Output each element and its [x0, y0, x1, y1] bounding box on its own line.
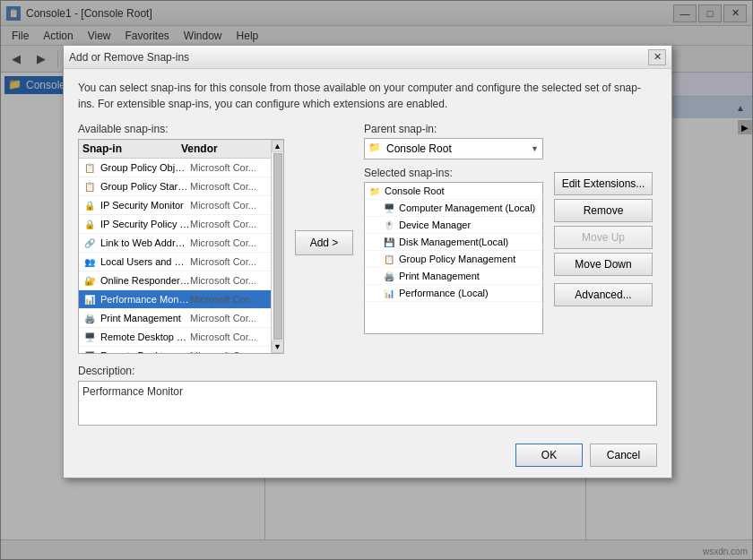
available-snapins-panel: Available snap-ins: Snap-in Vendor 📋 Gro…	[78, 123, 284, 354]
edit-extensions-button[interactable]: Edit Extensions...	[554, 172, 653, 195]
add-button-column: Add >	[295, 123, 353, 255]
dialog-title: Add or Remove Snap-ins	[69, 51, 648, 64]
snapins-list-header: Snap-in Vendor	[79, 140, 283, 159]
snapin-icon: 🖨️	[82, 311, 97, 325]
ok-button[interactable]: OK	[515, 444, 583, 467]
snapin-icon: 🔒	[82, 217, 97, 231]
scroll-thumb[interactable]	[273, 153, 282, 340]
vendor-column-header: Vendor	[181, 142, 280, 155]
list-item[interactable]: 🖥️ Remote Desktop Lic... Microsoft Cor..…	[79, 347, 283, 354]
selected-item[interactable]: 📁 Console Root	[365, 183, 542, 200]
list-item[interactable]: 🔗 Link to Web Address Microsoft Cor...	[79, 234, 283, 253]
selected-item[interactable]: 💾 Disk Management(Local)	[365, 234, 542, 251]
description-box: Performance Monitor	[78, 381, 657, 426]
dialog-columns: Available snap-ins: Snap-in Vendor 📋 Gro…	[78, 123, 657, 354]
add-remove-snapins-dialog: Add or Remove Snap-ins ✕ You can select …	[63, 45, 672, 478]
list-item[interactable]: 🔒 IP Security Monitor Microsoft Cor...	[79, 196, 283, 215]
selected-label: Selected snap-ins:	[364, 167, 543, 179]
parent-dropdown[interactable]: 📁 Console Root ▼	[364, 138, 543, 159]
snapin-icon: 🔐	[82, 273, 97, 288]
list-item[interactable]: 🔒 IP Security Policy M... Microsoft Cor.…	[79, 215, 283, 234]
dialog-description: You can select snap-ins for this console…	[78, 80, 657, 112]
selected-item[interactable]: 🖱️ Device Manager	[365, 217, 542, 234]
dialog-body: You can select snap-ins for this console…	[64, 69, 671, 436]
selected-item[interactable]: 📊 Performance (Local)	[365, 285, 542, 302]
move-up-button[interactable]: Move Up	[554, 226, 653, 249]
snapin-column-header: Snap-in	[82, 142, 181, 155]
parent-snapin-section: Parent snap-in: 📁 Console Root ▼	[364, 123, 543, 159]
selected-snapins-list[interactable]: 📁 Console Root 🖥️ Computer Management (L…	[364, 182, 543, 334]
dialog-title-bar: Add or Remove Snap-ins ✕	[64, 46, 671, 69]
scroll-down-arrow[interactable]: ▼	[272, 340, 284, 353]
snapin-icon: 🔗	[82, 236, 97, 250]
snapin-icon: 🖥️	[82, 330, 97, 344]
list-item[interactable]: 📋 Group Policy Starter... Microsoft Cor.…	[79, 177, 283, 196]
description-section: Description: Performance Monitor	[78, 365, 657, 426]
policy-icon: 📋	[383, 253, 395, 265]
list-item[interactable]: 👥 Local Users and Gro... Microsoft Cor..…	[79, 253, 283, 271]
dialog-footer: OK Cancel	[64, 436, 671, 478]
folder-icon: 📁	[368, 142, 383, 156]
parent-label: Parent snap-in:	[364, 123, 543, 135]
dialog-close-button[interactable]: ✕	[648, 49, 666, 65]
snapin-icon: 📊	[82, 292, 97, 306]
performance-icon: 📊	[383, 287, 395, 299]
selected-item[interactable]: 🖨️ Print Management	[365, 268, 542, 285]
list-item[interactable]: 🖨️ Print Management Microsoft Cor...	[79, 309, 283, 328]
available-label: Available snap-ins:	[78, 123, 284, 135]
disk-icon: 💾	[383, 236, 395, 248]
add-button[interactable]: Add >	[295, 230, 353, 255]
dialog-overlay: Add or Remove Snap-ins ✕ You can select …	[0, 0, 753, 560]
scrollbar[interactable]: ▲ ▼	[271, 140, 283, 353]
list-item[interactable]: 📋 Group Policy Object ... Microsoft Cor.…	[79, 159, 283, 177]
list-item[interactable]: 📊 Performance Monitor Microsoft Cor...	[79, 290, 283, 309]
folder-icon: 📁	[368, 185, 381, 197]
device-icon: 🖱️	[383, 219, 395, 231]
scroll-up-arrow[interactable]: ▲	[272, 140, 284, 152]
cancel-button[interactable]: Cancel	[590, 444, 657, 467]
snapin-icon: 📋	[82, 160, 97, 175]
remove-button[interactable]: Remove	[554, 199, 653, 222]
snapin-icon: 📋	[82, 179, 97, 194]
snapin-icon: 🔒	[82, 198, 97, 212]
snapin-icon: 🖥️	[82, 349, 97, 354]
advanced-button[interactable]: Advanced...	[554, 283, 653, 306]
list-item[interactable]: 🖥️ Remote Desktop Ga... Microsoft Cor...	[79, 328, 283, 347]
selected-snapins-panel: Parent snap-in: 📁 Console Root ▼ Selecte…	[364, 123, 543, 334]
snapin-icon: 👥	[82, 254, 97, 269]
parent-dropdown-text: Console Root	[386, 142, 531, 155]
available-snapins-list[interactable]: Snap-in Vendor 📋 Group Policy Object ...…	[78, 139, 284, 354]
description-label: Description:	[78, 365, 657, 377]
selected-item[interactable]: 📋 Group Policy Management	[365, 251, 542, 268]
computer-icon: 🖥️	[383, 202, 395, 214]
list-item[interactable]: 🔐 Online Responder M... Microsoft Cor...	[79, 271, 283, 290]
print-icon: 🖨️	[383, 270, 395, 282]
dropdown-arrow-icon: ▼	[531, 144, 539, 153]
move-down-button[interactable]: Move Down	[554, 253, 653, 276]
action-buttons: Edit Extensions... Remove Move Up Move D…	[554, 123, 657, 306]
selected-item[interactable]: 🖥️ Computer Management (Local)	[365, 200, 542, 217]
